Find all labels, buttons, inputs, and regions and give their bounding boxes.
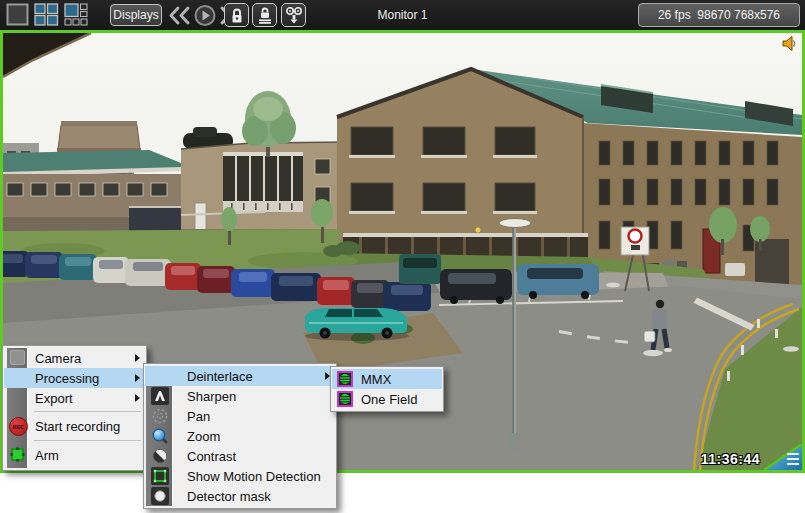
speaker-icon — [781, 35, 798, 52]
displays-button[interactable]: Displays — [110, 4, 162, 26]
menu-item-mmx[interactable]: MMX — [332, 369, 442, 389]
detector-mask-icon — [151, 487, 169, 505]
menu-item-camera[interactable]: Camera — [4, 348, 145, 368]
menu-item-pan[interactable]: Pan — [145, 406, 335, 426]
context-menu-processing: Deinterlace Sharpen Pan Zoom — [143, 363, 337, 509]
menu-item-contrast[interactable]: Contrast — [145, 446, 335, 466]
context-menu-main: Camera Processing Export REC Start recor… — [2, 345, 147, 471]
context-menu-deinterlace: MMX One Field — [330, 366, 444, 412]
play-icon[interactable] — [192, 4, 218, 27]
menu-item-start-recording[interactable]: REC Start recording — [4, 415, 145, 437]
camera-icon — [10, 350, 25, 365]
menu-separator — [31, 437, 145, 444]
menu-item-zoom[interactable]: Zoom — [145, 426, 335, 446]
export-tape-icon — [285, 6, 303, 24]
submenu-arrow-icon — [135, 374, 140, 382]
submenu-arrow-icon — [135, 394, 140, 402]
scene-left-building — [3, 150, 181, 235]
lock-icon — [230, 7, 244, 24]
motion-detection-icon — [151, 467, 169, 485]
record-icon: REC — [9, 417, 28, 436]
menu-item-deinterlace[interactable]: Deinterlace — [145, 366, 335, 386]
menu-item-detector-mask[interactable]: Detector mask — [145, 486, 335, 506]
video-timestamp: 11:36:44 — [701, 451, 760, 467]
step-back-icon[interactable] — [167, 5, 191, 26]
deinterlace-mode-icon — [337, 371, 353, 387]
monitor-label: Monitor 1 — [377, 8, 427, 22]
export-tape-button[interactable] — [281, 3, 306, 27]
zoom-icon — [151, 427, 169, 445]
menu-item-one-field[interactable]: One Field — [332, 389, 442, 409]
contrast-icon — [151, 447, 169, 465]
resize-corner-icon[interactable] — [762, 444, 802, 470]
menu-item-export[interactable]: Export — [4, 388, 145, 408]
quad-view-icon[interactable] — [34, 3, 59, 26]
scene-moving-car — [305, 308, 409, 341]
pan-icon — [151, 407, 169, 425]
layout-switcher — [6, 3, 89, 26]
sharpen-icon — [151, 387, 169, 405]
lock-lines-icon — [257, 6, 273, 24]
menu-item-sharpen[interactable]: Sharpen — [145, 386, 335, 406]
lock-button[interactable] — [224, 3, 249, 27]
arm-icon — [10, 447, 25, 462]
deinterlace-mode-icon — [337, 391, 353, 407]
stats-display: 26 fps 98670 768x576 — [638, 3, 800, 27]
toolbar: Displays — [0, 0, 805, 30]
lock-settings-button[interactable] — [252, 3, 277, 27]
menu-item-processing[interactable]: Processing — [4, 368, 145, 388]
submenu-arrow-icon — [135, 354, 140, 362]
menu-item-arm[interactable]: Arm — [4, 444, 145, 466]
single-view-icon[interactable] — [6, 3, 29, 26]
menu-separator — [31, 408, 145, 415]
menu-item-show-motion-detection[interactable]: Show Motion Detection — [145, 466, 335, 486]
multi-view-icon[interactable] — [64, 3, 89, 26]
